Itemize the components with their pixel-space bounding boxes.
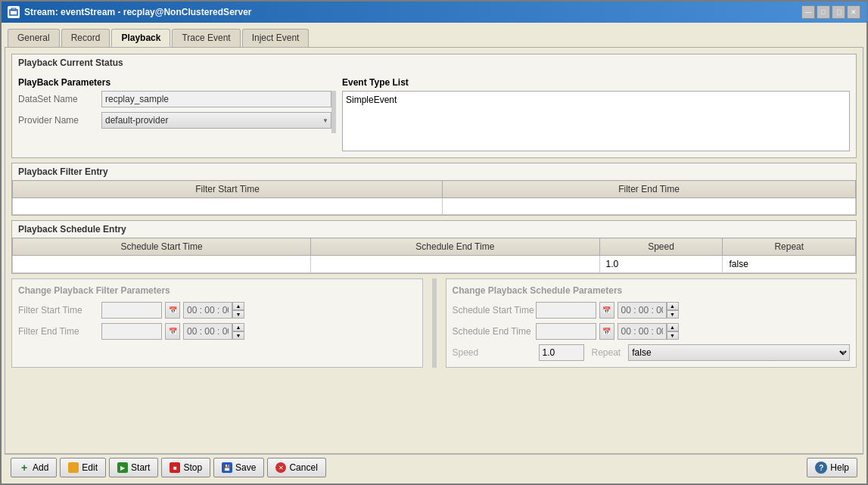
filter-end-up-button[interactable]: ▲: [232, 323, 244, 331]
playback-status-body: PlayBack Parameters DataSet Name Provide…: [12, 71, 856, 157]
repeat-label: Repeat: [592, 347, 621, 358]
filter-start-up-button[interactable]: ▲: [232, 302, 244, 310]
sched-speed-col-header: Speed: [599, 238, 723, 256]
add-label: Add: [33, 462, 48, 473]
filter-start-down-button[interactable]: ▼: [232, 310, 244, 319]
dataset-input[interactable]: [101, 91, 331, 107]
filter-end-time-group: ▲ ▼: [183, 323, 244, 340]
filter-end-date-input[interactable]: [101, 323, 162, 340]
help-label: Help: [830, 462, 849, 473]
cancel-button[interactable]: ✕ Cancel: [267, 458, 325, 477]
sched-repeat-cell: false: [723, 256, 856, 273]
playback-params: PlayBack Parameters DataSet Name Provide…: [18, 77, 336, 151]
tab-inject-event[interactable]: Inject Event: [242, 29, 310, 47]
filter-end-cell: [443, 198, 856, 215]
speed-label: Speed: [453, 347, 536, 358]
filter-params-section: Change Playback Filter Parameters Filter…: [11, 278, 423, 368]
filter-start-spinner: ▲ ▼: [232, 302, 244, 319]
schedule-entry-section: Playback Schedule Entry Schedule Start T…: [11, 220, 857, 274]
tab-trace-event[interactable]: Trace Event: [172, 29, 240, 47]
schedule-params-title: Change Playback Schedule Parameters: [453, 285, 851, 296]
speed-input[interactable]: [539, 344, 584, 361]
schedule-table-container: Schedule Start Time Schedule End Time Sp…: [12, 238, 856, 273]
restore-button[interactable]: ⎕: [832, 5, 845, 19]
schedule-end-row: Schedule End Time 📅 ▲ ▼: [453, 323, 851, 340]
filter-start-time-group: ▲ ▼: [183, 302, 244, 319]
tab-playback[interactable]: Playback: [111, 29, 170, 47]
sched-end-col-header: Schedule End Time: [311, 238, 599, 256]
repeat-select[interactable]: false true: [628, 344, 850, 361]
add-icon: +: [19, 462, 30, 473]
schedule-end-down-button[interactable]: ▼: [667, 331, 679, 340]
event-list-item[interactable]: SimpleEvent: [346, 95, 846, 105]
schedule-entry-title: Playback Schedule Entry: [12, 221, 856, 238]
title-bar: Stream: eventStream - recplay@NonCluster…: [2, 2, 866, 23]
filter-end-calendar-button[interactable]: 📅: [165, 323, 180, 340]
start-button[interactable]: ▶ Start: [109, 458, 158, 477]
schedule-end-input-group: 📅 ▲ ▼: [536, 323, 679, 340]
filter-start-input-group: 📅 ▲ ▼: [101, 302, 244, 319]
filter-start-label: Filter Start Time: [18, 305, 101, 316]
filter-end-label: Filter End Time: [18, 326, 101, 337]
close-button[interactable]: ✕: [847, 5, 860, 19]
playback-params-title: PlayBack Parameters: [18, 77, 336, 88]
minimize-button[interactable]: —: [801, 5, 815, 19]
schedule-start-down-button[interactable]: ▼: [667, 310, 679, 319]
schedule-end-date-input[interactable]: [536, 323, 596, 340]
main-window: Stream: eventStream - recplay@NonCluster…: [0, 0, 868, 485]
filter-start-cell: [13, 198, 443, 215]
bottom-params: Change Playback Filter Parameters Filter…: [11, 278, 857, 368]
filter-table: Filter Start Time Filter End Time: [12, 180, 856, 215]
provider-row: Provider Name default-provider provider2…: [18, 112, 331, 129]
filter-end-row: Filter End Time 📅 ▲ ▼: [18, 323, 416, 340]
stop-icon: ■: [170, 462, 180, 473]
schedule-end-spinner: ▲ ▼: [667, 323, 679, 340]
stop-button[interactable]: ■ Stop: [161, 458, 210, 477]
tab-record[interactable]: Record: [61, 29, 110, 47]
provider-label: Provider Name: [18, 115, 101, 126]
main-area: Playback Current Status PlayBack Paramet…: [5, 47, 863, 454]
sched-speed-cell: 1.0: [599, 256, 723, 273]
playback-status-section: Playback Current Status PlayBack Paramet…: [11, 54, 857, 158]
playback-status-title: Playback Current Status: [12, 54, 856, 71]
filter-end-col-header: Filter End Time: [443, 181, 856, 198]
window-icon: [8, 6, 20, 18]
speed-repeat-row: Speed Repeat false true ▼: [453, 344, 851, 361]
schedule-start-date-input[interactable]: [536, 302, 596, 319]
table-row: [13, 198, 856, 215]
filter-start-calendar-button[interactable]: 📅: [165, 302, 180, 319]
schedule-start-time-input[interactable]: [618, 302, 667, 319]
schedule-start-up-button[interactable]: ▲: [667, 302, 679, 310]
filter-entry-title: Playback Filter Entry: [12, 163, 856, 180]
schedule-end-calendar-button[interactable]: 📅: [599, 323, 614, 340]
bottom-divider: [432, 278, 437, 368]
event-list-box[interactable]: SimpleEvent: [342, 91, 850, 151]
save-button[interactable]: 💾 Save: [213, 458, 264, 477]
toolbar: + Add Edit ▶ Start ■ Stop: [5, 454, 863, 480]
schedule-end-up-button[interactable]: ▲: [667, 323, 679, 331]
start-label: Start: [131, 462, 150, 473]
sched-start-col-header: Schedule Start Time: [13, 238, 311, 256]
help-button[interactable]: ? Help: [807, 458, 857, 477]
add-button[interactable]: + Add: [11, 458, 57, 477]
filter-start-date-input[interactable]: [101, 302, 162, 319]
filter-table-container: Filter Start Time Filter End Time: [12, 180, 856, 215]
schedule-start-row: Schedule Start Time 📅 ▲ ▼: [453, 302, 851, 319]
filter-start-time-input[interactable]: [183, 302, 232, 319]
maximize-button[interactable]: □: [817, 5, 830, 19]
sched-start-cell: [13, 256, 311, 273]
schedule-end-time-group: ▲ ▼: [618, 323, 679, 340]
schedule-start-label: Schedule Start Time: [453, 305, 536, 316]
filter-end-down-button[interactable]: ▼: [232, 331, 244, 340]
edit-button[interactable]: Edit: [60, 458, 106, 477]
window-controls: — □ ⎕ ✕: [801, 5, 860, 19]
provider-select[interactable]: default-provider provider2: [101, 112, 331, 129]
title-bar-text: Stream: eventStream - recplay@NonCluster…: [8, 6, 252, 18]
schedule-start-calendar-button[interactable]: 📅: [599, 302, 614, 319]
schedule-end-time-input[interactable]: [618, 323, 667, 340]
edit-icon: [68, 462, 79, 473]
tab-general[interactable]: General: [8, 29, 60, 47]
schedule-end-label: Schedule End Time: [453, 326, 536, 337]
filter-end-time-input[interactable]: [183, 323, 232, 340]
help-icon: ?: [815, 462, 827, 474]
